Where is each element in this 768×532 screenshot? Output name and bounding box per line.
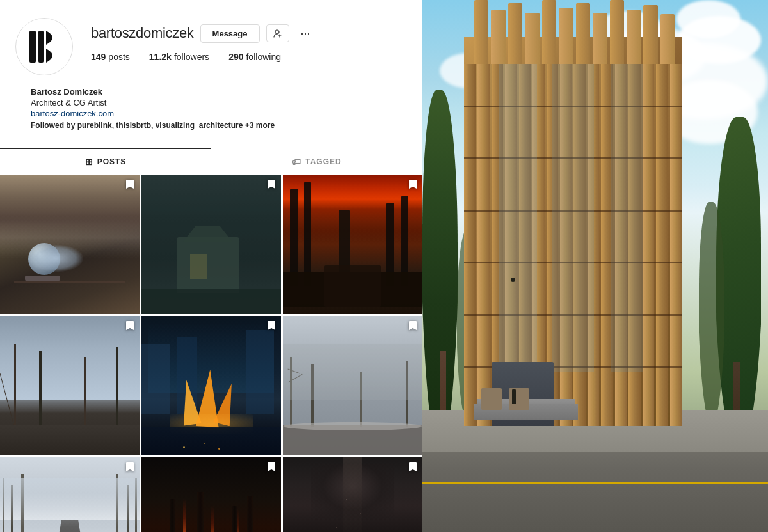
architectural-render-panel <box>422 0 768 532</box>
stats-row: 149 posts 11.2k followers 290 following <box>91 52 407 62</box>
bookmark-icon <box>124 320 136 331</box>
bio-section: Bartosz Domiczek Architect & CG Artist b… <box>15 87 407 130</box>
message-button[interactable]: Message <box>200 24 260 43</box>
profile-top: bartoszdomiczek Message ··· 149 p <box>15 18 407 75</box>
list-item[interactable] <box>283 316 422 455</box>
posts-label: posts <box>108 52 129 62</box>
list-item[interactable] <box>141 457 281 532</box>
followers-label: followers <box>174 52 209 62</box>
tree-foliage <box>699 202 724 415</box>
following-label: following <box>246 52 280 62</box>
planter <box>481 388 502 409</box>
grid-icon: ⊞ <box>85 157 93 167</box>
building-top-slats <box>474 0 675 64</box>
following-count: 290 <box>228 52 243 62</box>
bookmark-icon <box>124 178 136 190</box>
tab-posts[interactable]: ⊞ POSTS <box>0 148 211 175</box>
followers-count: 11.2k <box>149 52 172 62</box>
bio-name: Bartosz Domiczek <box>31 87 392 97</box>
tag-icon: 🏷 <box>292 157 301 167</box>
profile-info: bartoszdomiczek Message ··· 149 p <box>91 24 407 70</box>
posts-stat: 149 posts <box>91 52 130 62</box>
followers-stat[interactable]: 11.2k followers <box>149 52 209 62</box>
list-item[interactable] <box>283 175 422 314</box>
following-stat[interactable]: 290 following <box>228 52 281 62</box>
svg-rect-1 <box>29 31 36 63</box>
tab-tagged[interactable]: 🏷 TAGGED <box>211 148 422 175</box>
bookmark-icon <box>407 461 419 473</box>
tabs-row: ⊞ POSTS 🏷 TAGGED <box>0 148 422 175</box>
instagram-profile-panel: bartoszdomiczek Message ··· 149 p <box>0 0 422 532</box>
username: bartoszdomiczek <box>91 25 194 42</box>
bookmark-icon <box>407 320 419 331</box>
person-silhouette <box>512 389 516 404</box>
profile-header: bartoszdomiczek Message ··· 149 p <box>0 0 422 137</box>
svg-rect-0 <box>22 24 67 69</box>
username-row: bartoszdomiczek Message ··· <box>91 24 407 43</box>
list-item[interactable] <box>0 457 140 532</box>
arch-render <box>422 0 768 532</box>
posts-count: 149 <box>91 52 106 62</box>
list-item[interactable] <box>141 316 281 455</box>
follow-dropdown-button[interactable] <box>266 24 289 42</box>
tab-tagged-label: TAGGED <box>305 157 341 166</box>
svg-point-3 <box>275 30 279 34</box>
list-item[interactable] <box>0 175 140 314</box>
road-line <box>422 482 768 484</box>
bio-followed-by: Followed by pureblink, thisisbrtb, visua… <box>31 121 392 130</box>
svg-rect-2 <box>38 31 44 63</box>
bookmark-icon <box>266 461 277 473</box>
person-plus-icon <box>273 29 282 38</box>
list-item[interactable] <box>141 175 281 314</box>
bio-link[interactable]: bartosz-domiczek.com <box>31 109 392 118</box>
bookmark-icon <box>407 178 419 190</box>
list-item[interactable] <box>0 316 140 455</box>
bookmark-icon <box>266 320 277 331</box>
more-options-button[interactable]: ··· <box>296 24 316 43</box>
bio-title: Architect & CG Artist <box>31 98 392 107</box>
tab-posts-label: POSTS <box>97 157 127 166</box>
list-item[interactable] <box>283 457 422 532</box>
person-head <box>511 278 515 282</box>
avatar[interactable] <box>15 18 73 75</box>
bookmark-icon <box>124 461 136 473</box>
posts-grid <box>0 175 422 532</box>
bookmark-icon <box>266 178 277 190</box>
